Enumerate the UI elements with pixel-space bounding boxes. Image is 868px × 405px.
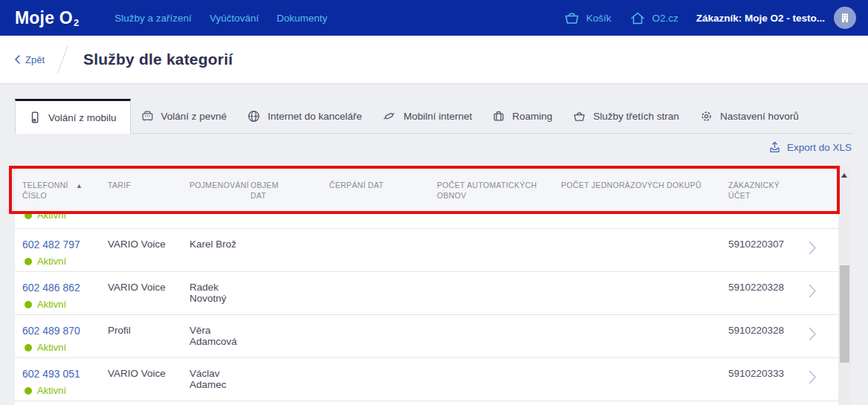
breadcrumb-separator xyxy=(57,45,68,74)
tab-mobilni-internet[interactable]: Mobilní internet xyxy=(372,99,482,133)
status-label: Aktivní xyxy=(37,342,66,353)
column-header-telefonni-cislo[interactable]: TELEFONNÍ ČÍSLO ▲ xyxy=(22,180,108,201)
column-header-zakaznicky-ucet[interactable]: ZÁKAZNICKÝ ÚČET xyxy=(728,180,809,201)
services-table: TELEFONNÍ ČÍSLO ▲ TARIF POJMENOVÁNÍ OBJE… xyxy=(15,165,838,405)
primary-nav: Služby a zařízení Vyúčtování Dokumenty xyxy=(97,13,327,24)
logo-text: Moje O xyxy=(15,8,73,28)
cell-tariff: Profil xyxy=(108,325,190,336)
cell-phone: 602 493 051 Aktivní xyxy=(22,368,108,396)
table-header-row: TELEFONNÍ ČÍSLO ▲ TARIF POJMENOVÁNÍ OBJE… xyxy=(15,165,838,214)
customer-label: Zákazník: Moje O2 - testo... xyxy=(696,13,825,24)
nav-item-vyuctovani[interactable]: Vyúčtování xyxy=(210,13,259,24)
content-area: Volání z mobilu Volání z pevné xyxy=(0,84,868,405)
back-label: Zpět xyxy=(25,54,45,65)
cell-tariff: VARIO Voice xyxy=(108,368,190,379)
cell-name: Radek Novotný xyxy=(190,282,250,304)
tab-label: Služby třetích stran xyxy=(593,111,679,122)
row-chevron-icon[interactable] xyxy=(809,284,838,298)
cell-phone: 602 482 797 Aktivní xyxy=(22,239,108,267)
tab-roaming[interactable]: Roaming xyxy=(482,99,563,133)
desk-phone-icon xyxy=(141,110,154,122)
row-chevron-icon[interactable] xyxy=(809,327,838,341)
status-dot xyxy=(25,387,32,395)
table-row[interactable]: 602 493 051 Aktivní VARIO Voice Václav A… xyxy=(15,358,838,401)
cell-tariff: VARIO Voice xyxy=(108,239,190,250)
tab-internet-do-kancelare[interactable]: Internet do kanceláře xyxy=(237,99,372,133)
top-navigation-bar: Moje O2 Služby a zařízení Vyúčtování Dok… xyxy=(0,0,868,36)
globe-icon xyxy=(247,110,260,123)
topbar-right-cluster: Košík O2.cz Zákazník: Moje O2 - testo... xyxy=(564,7,856,29)
o2cz-link[interactable]: O2.cz xyxy=(630,11,678,25)
table-row[interactable]: 602 482 797 Aktivní VARIO Voice Karel Br… xyxy=(15,229,838,272)
cell-account: 5910220333 xyxy=(728,368,809,379)
account-avatar[interactable] xyxy=(834,7,856,29)
status-dot xyxy=(25,301,32,308)
column-header-pocet-automatickych-obnov[interactable]: POČET AUTOMATICKÝCH OBNOV xyxy=(437,180,561,201)
status-label: Aktivní xyxy=(37,299,66,310)
basket-icon xyxy=(564,11,580,25)
cart-label: Košík xyxy=(586,13,612,24)
building-icon xyxy=(840,13,850,23)
row-chevron-icon[interactable] xyxy=(809,370,838,384)
table-row[interactable]: 602 486 862 Aktivní VARIO Voice Radek No… xyxy=(15,272,838,315)
phone-link[interactable]: 602 493 051 xyxy=(22,368,80,380)
tab-label: Volání z mobilu xyxy=(48,112,117,123)
home-icon xyxy=(630,11,645,25)
export-icon xyxy=(768,141,781,154)
status-label: Aktivní xyxy=(37,385,66,396)
back-link[interactable]: Zpět xyxy=(15,54,45,65)
nav-item-sluzby-a-zarizeni[interactable]: Služby a zařízení xyxy=(114,13,192,24)
table-row[interactable]: 602 489 870 Aktivní Profil Věra Adamcová… xyxy=(15,315,838,358)
logo-subscript: 2 xyxy=(74,17,79,28)
cell-account: 5910220328 xyxy=(728,282,809,293)
sort-asc-icon: ▲ xyxy=(76,181,82,201)
column-header-pocet-jednorazovych-dokupu[interactable]: POČET JEDNORÁZOVÝCH DOKUPŮ xyxy=(561,180,728,190)
cell-account: 5910220328 xyxy=(728,325,809,336)
chevron-left-icon xyxy=(15,55,20,64)
phone-link[interactable]: 602 482 797 xyxy=(22,239,80,250)
status-label: Aktivní xyxy=(37,256,66,267)
column-header-cerpani-dat[interactable]: ČERPÁNÍ DAT xyxy=(329,180,437,190)
status-dot xyxy=(25,344,32,351)
tab-nastaveni-hovoru[interactable]: Nastavení hovorů xyxy=(690,99,809,133)
page-title: Služby dle kategorií xyxy=(83,51,233,68)
scrollbar-up-arrow-icon[interactable] xyxy=(841,173,847,178)
cell-name: Václav Adamec xyxy=(190,368,250,390)
tab-label: Roaming xyxy=(512,111,552,122)
gear-icon xyxy=(700,110,713,123)
tab-sluzby-tretich-stran[interactable]: Služby třetích stran xyxy=(563,99,690,133)
table-row-partial[interactable]: Aktivní xyxy=(15,214,838,229)
phone-link[interactable]: 602 486 862 xyxy=(22,282,80,294)
row-chevron-icon[interactable] xyxy=(809,241,838,255)
tab-label: Nastavení hovorů xyxy=(720,111,799,122)
phone-link[interactable]: 602 489 870 xyxy=(22,325,80,337)
nav-item-dokumenty[interactable]: Dokumenty xyxy=(276,13,327,24)
cell-phone: 602 486 862 Aktivní xyxy=(22,282,108,310)
category-tabs: Volání z mobilu Volání z pevné xyxy=(15,99,853,134)
cart-link[interactable]: Košík xyxy=(564,11,612,25)
tab-label: Mobilní internet xyxy=(404,111,472,122)
tab-label: Volání z pevné xyxy=(161,111,227,122)
tab-volani-z-mobilu[interactable]: Volání z mobilu xyxy=(15,99,131,134)
export-xls-link[interactable]: Export do XLS xyxy=(768,141,852,154)
scrollbar-thumb[interactable] xyxy=(840,265,849,363)
o2cz-label: O2.cz xyxy=(652,13,678,24)
status-label: Aktivní xyxy=(37,210,66,221)
cell-name: Věra Adamcová xyxy=(190,325,250,347)
cell-account: 5910220307 xyxy=(728,239,809,250)
mobile-phone-icon xyxy=(29,111,41,123)
breadcrumb-bar: Zpět Služby dle kategorií xyxy=(0,36,868,84)
column-header-pojmenovani[interactable]: POJMENOVÁNÍ xyxy=(190,180,250,190)
table-scrollbar[interactable] xyxy=(838,165,851,405)
moje-o2-logo[interactable]: Moje O2 xyxy=(15,8,79,28)
tab-volani-z-pevne[interactable]: Volání z pevné xyxy=(131,99,238,133)
cell-phone: 602 489 870 Aktivní xyxy=(22,325,108,353)
cell-tariff: VARIO Voice xyxy=(108,282,190,293)
cell-name: Karel Brož xyxy=(190,239,250,250)
column-header-objem-dat[interactable]: OBJEM DAT xyxy=(250,180,329,201)
status-dot xyxy=(25,212,32,219)
tab-label: Internet do kanceláře xyxy=(268,111,362,122)
column-header-tarif[interactable]: TARIF xyxy=(108,180,190,190)
suitcase-icon xyxy=(493,110,505,122)
basket-icon xyxy=(573,111,586,122)
